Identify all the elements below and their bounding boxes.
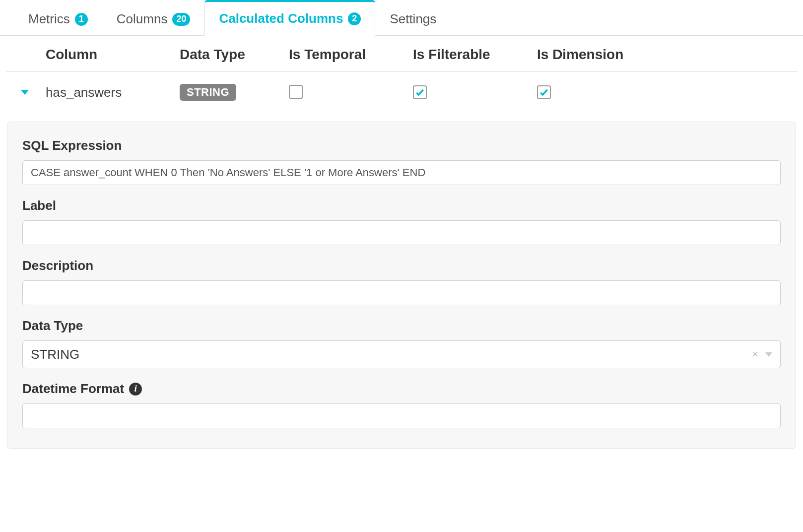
header-column: Column [46,47,180,63]
header-temporal: Is Temporal [289,47,413,63]
datetime-format-label: Datetime Format [22,381,124,397]
detail-panel: SQL Expression Label Description Data Ty… [7,122,796,449]
description-input[interactable] [22,280,781,305]
clear-icon[interactable]: × [752,348,758,361]
data-type-value: STRING [31,347,79,362]
tab-label: Settings [390,11,436,27]
row-column-name: has_answers [46,85,180,100]
label-field-label: Label [22,198,781,213]
tab-badge: 1 [75,13,88,26]
tab-calculated-columns[interactable]: Calculated Columns 2 [204,0,375,36]
table-header: Column Data Type Is Temporal Is Filterab… [6,36,797,72]
tab-badge: 2 [348,12,361,25]
tab-label: Calculated Columns [219,11,343,26]
tab-columns[interactable]: Columns 20 [102,2,205,36]
tab-bar: Metrics 1 Columns 20 Calculated Columns … [0,0,803,36]
tab-label: Columns [117,11,168,27]
sql-expression-label: SQL Expression [22,138,781,153]
datatype-chip: STRING [180,84,236,101]
description-label: Description [22,258,781,273]
data-type-select[interactable]: STRING × [22,340,781,368]
tab-metrics[interactable]: Metrics 1 [14,2,102,36]
is-filterable-checkbox[interactable] [413,85,427,99]
tab-badge: 20 [172,13,190,26]
is-dimension-checkbox[interactable] [537,85,551,99]
header-filterable: Is Filterable [413,47,537,63]
chevron-down-icon[interactable] [765,352,772,357]
expand-caret-icon[interactable] [21,90,29,95]
header-datatype: Data Type [180,47,289,63]
table-row: has_answers STRING [6,72,797,113]
tab-label: Metrics [28,11,70,27]
sql-expression-input[interactable] [22,160,781,185]
data-type-label: Data Type [22,318,781,333]
header-dimension: Is Dimension [537,47,661,63]
datetime-format-input[interactable] [22,403,781,428]
is-temporal-checkbox[interactable] [289,85,303,99]
tab-settings[interactable]: Settings [375,2,451,36]
label-field-input[interactable] [22,220,781,245]
info-icon[interactable]: i [129,383,142,396]
